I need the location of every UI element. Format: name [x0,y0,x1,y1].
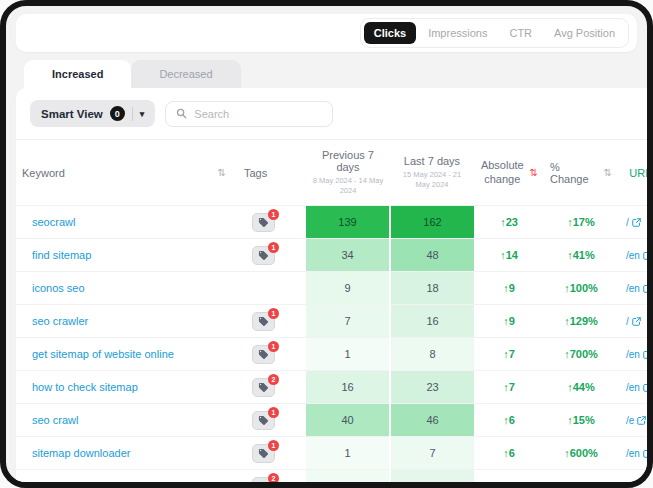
table-row[interactable]: seocrawl 1 139 162 ↑23 ↑17% / [16,206,647,239]
table-row[interactable]: iconos seo 9 18 ↑9 ↑100% /en [16,272,647,305]
tab-impressions[interactable]: Impressions [418,22,497,44]
absolute-change-value: ↑7 [474,371,544,404]
last-value: 7 [390,437,474,470]
keyword-link[interactable]: how to check sitemap [32,381,138,393]
url-link[interactable]: /en [626,448,647,459]
tag-count-badge: 1 [268,242,279,253]
keyword-link[interactable]: seo crawl [32,414,78,426]
tag-chip[interactable]: 1 [252,246,275,265]
url-link[interactable]: /en [626,250,647,261]
tag-chip[interactable]: 1 [252,411,275,430]
tag-count-badge: 2 [268,473,279,482]
chevron-down-icon: ▾ [140,109,145,119]
header-tags-label: Tags [244,167,267,179]
tag-chip[interactable]: 1 [252,312,275,331]
toolbar: Smart View 0 ▾ [16,88,647,139]
table-row[interactable]: seo crawl 1 40 46 ↑6 ↑15% /e [16,404,647,437]
last-value: 10 [390,470,474,482]
url-link[interactable]: /en [626,283,647,294]
table-row[interactable]: seo crawler 1 7 16 ↑9 ↑129% / [16,305,647,338]
pct-change-value: ↑15% [544,404,618,437]
absolute-change-value: ↑23 [474,206,544,239]
prev-value: 9 [306,272,390,305]
smart-view-count-badge: 0 [110,106,125,121]
tag-icon [258,349,269,360]
last-value: 16 [390,305,474,338]
header-tags: Tags [238,140,306,206]
tag-count-badge: 1 [268,440,279,451]
pct-change-value: ↑150% [544,470,618,482]
prev-value: 40 [306,404,390,437]
header-last-7-days: Last 7 days 15 May 2024 - 21 May 2024 [390,140,474,206]
search-box [165,101,333,127]
url-link[interactable]: / [626,217,641,228]
external-link-icon [632,218,641,227]
app-window: Clicks Impressions CTR Avg Position Incr… [0,0,653,488]
pct-change-value: ↑700% [544,338,618,371]
prev-value: 1 [306,338,390,371]
prev-value: 1 [306,437,390,470]
last-value: 48 [390,239,474,272]
url-link[interactable]: / [626,316,641,327]
tag-count-badge: 2 [268,374,279,385]
tab-increased[interactable]: Increased [24,60,131,88]
pct-change-value: ↑100% [544,272,618,305]
external-link-icon [632,317,641,326]
url-link[interactable]: /en [626,382,647,393]
sort-icon[interactable]: ⇅ [218,168,226,178]
smart-view-dropdown[interactable]: Smart View 0 ▾ [30,100,155,127]
absolute-change-value: ↑7 [474,338,544,371]
absolute-change-value: ↑9 [474,305,544,338]
url-link[interactable]: /en [626,482,647,483]
search-icon [176,108,187,119]
keyword-link[interactable]: iconos seo [32,282,85,294]
keyword-link[interactable]: sitemap downloader [32,447,130,459]
sort-icon-active[interactable]: ⇅ [530,168,538,178]
tag-chip[interactable]: 1 [252,345,275,364]
last-value: 18 [390,272,474,305]
keywords-table: Keyword ⇅ Tags Previous 7 days 8 May 202… [16,139,647,482]
tab-avg-position[interactable]: Avg Position [544,22,625,44]
header-keyword: Keyword ⇅ [16,140,238,206]
prev-value: 34 [306,239,390,272]
pct-change-value: ↑44% [544,371,618,404]
external-link-icon [643,383,647,392]
sort-icon[interactable]: ⇅ [604,168,612,178]
tab-ctr[interactable]: CTR [499,22,542,44]
keyword-link[interactable]: find sitemap [32,249,91,261]
tag-chip[interactable]: 2 [252,477,275,482]
absolute-change-value: ↑14 [474,239,544,272]
last-value: 23 [390,371,474,404]
keyword-link[interactable]: how to see a sitemap [32,481,136,483]
table-row[interactable]: sitemap downloader 1 1 7 ↑6 ↑600% /en [16,437,647,470]
table-row[interactable]: find sitemap 1 34 48 ↑14 ↑41% /en [16,239,647,272]
last-value: 162 [390,206,474,239]
search-input[interactable] [194,108,322,120]
keyword-link[interactable]: seo crawler [32,315,88,327]
header-absolute-change: Absolute change ⇅ [474,140,544,206]
tag-icon [258,250,269,261]
table-header-row: Keyword ⇅ Tags Previous 7 days 8 May 202… [16,140,647,206]
prev-value: 4 [306,470,390,482]
header-previous-7-days: Previous 7 days 8 May 2024 - 14 May 2024 [306,140,390,206]
table-row[interactable]: how to check sitemap 2 16 23 ↑7 ↑44% /en [16,371,647,404]
last-value: 46 [390,404,474,437]
tag-count-badge: 1 [268,341,279,352]
metric-tab-group: Clicks Impressions CTR Avg Position [360,18,629,48]
tag-chip[interactable]: 1 [252,444,275,463]
pct-change-value: ↑600% [544,437,618,470]
tab-decreased[interactable]: Decreased [131,60,240,88]
table-row[interactable]: how to see a sitemap 2 4 10 ↑6 ↑150% /en [16,470,647,482]
tag-chip[interactable]: 1 [252,213,275,232]
tab-clicks[interactable]: Clicks [364,22,416,44]
keyword-link[interactable]: seocrawl [32,216,75,228]
absolute-change-value: ↑6 [474,404,544,437]
url-link[interactable]: /e [626,415,646,426]
tag-count-badge: 1 [268,407,279,418]
table-row[interactable]: get sitemap of website online 1 1 8 ↑7 ↑… [16,338,647,371]
prev-value: 7 [306,305,390,338]
keyword-link[interactable]: get sitemap of website online [32,348,174,360]
tag-chip[interactable]: 2 [252,378,275,397]
tag-icon [258,481,269,482]
url-link[interactable]: /en [626,349,647,360]
